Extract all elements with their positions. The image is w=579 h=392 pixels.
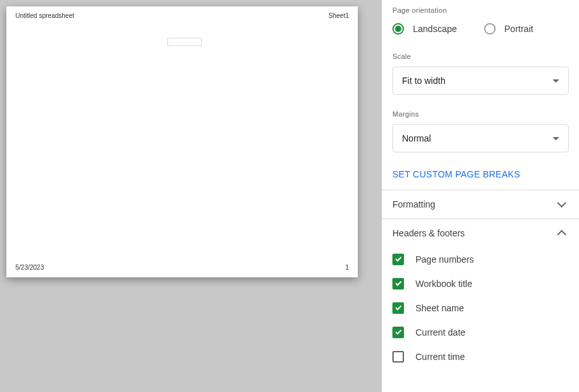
page-header-right: Sheet1 — [328, 12, 349, 19]
chevron-down-icon — [553, 79, 559, 83]
orientation-portrait-radio[interactable]: Portrait — [484, 23, 533, 35]
orientation-radio-group: Landscape Portrait — [392, 20, 569, 37]
scale-value: Fit to width — [402, 76, 446, 86]
page-footer-right: 1 — [345, 264, 349, 271]
checkbox-icon — [392, 254, 404, 265]
scale-section: Scale Fit to width — [382, 46, 579, 104]
margins-select[interactable]: Normal — [392, 124, 569, 152]
formatting-header[interactable]: Formatting — [382, 190, 579, 218]
margins-section: Margins Normal — [382, 104, 579, 161]
option-label: Sheet name — [415, 303, 464, 313]
orientation-section: Page orientation Landscape Portrait — [382, 0, 579, 46]
headers-footers-options: Page numbers Workbook title Sheet name C… — [382, 247, 579, 375]
formatting-title: Formatting — [392, 199, 435, 209]
headers-footers-title: Headers & footers — [392, 228, 465, 238]
option-label: Current date — [415, 327, 466, 338]
option-workbook-title[interactable]: Workbook title — [392, 272, 569, 296]
page-footer-left: 5/23/2023 — [15, 264, 44, 271]
scale-select[interactable]: Fit to width — [392, 67, 569, 95]
chevron-up-icon — [557, 230, 566, 239]
chevron-down-icon — [553, 137, 559, 140]
option-sheet-name[interactable]: Sheet name — [392, 296, 569, 320]
orientation-label: Page orientation — [392, 6, 569, 14]
empty-cell — [167, 38, 202, 46]
formatting-accordion: Formatting — [382, 190, 579, 218]
margins-value: Normal — [402, 133, 431, 143]
radio-label: Portrait — [505, 24, 533, 34]
checkbox-icon — [392, 327, 404, 338]
option-label: Page numbers — [415, 254, 474, 265]
checkbox-icon — [392, 278, 404, 290]
radio-icon — [392, 23, 404, 35]
headers-footers-accordion: Headers & footers Page numbers Workbook … — [382, 218, 579, 375]
checkbox-icon — [392, 302, 404, 314]
option-label: Current time — [415, 352, 465, 362]
page-breaks-section: SET CUSTOM PAGE BREAKS — [382, 161, 579, 190]
radio-icon — [484, 23, 496, 35]
page-header-left: Untitled spreadsheet — [15, 12, 74, 19]
option-current-time[interactable]: Current time — [392, 345, 569, 369]
checkbox-icon — [392, 351, 404, 363]
option-page-numbers[interactable]: Page numbers — [392, 247, 569, 272]
option-label: Workbook title — [415, 279, 472, 289]
chevron-down-icon — [557, 199, 566, 208]
headers-footers-header[interactable]: Headers & footers — [382, 219, 579, 247]
radio-label: Landscape — [413, 24, 457, 34]
set-custom-page-breaks-link[interactable]: SET CUSTOM PAGE BREAKS — [392, 165, 520, 181]
margins-label: Margins — [392, 110, 569, 118]
orientation-landscape-radio[interactable]: Landscape — [392, 23, 457, 35]
option-current-date[interactable]: Current date — [392, 320, 569, 345]
print-settings-sidebar: Page orientation Landscape Portrait Scal… — [382, 0, 579, 392]
print-preview-area: Untitled spreadsheet Sheet1 5/23/2023 1 — [0, 0, 382, 392]
page-preview: Untitled spreadsheet Sheet1 5/23/2023 1 — [6, 6, 358, 277]
scale-label: Scale — [392, 53, 569, 60]
